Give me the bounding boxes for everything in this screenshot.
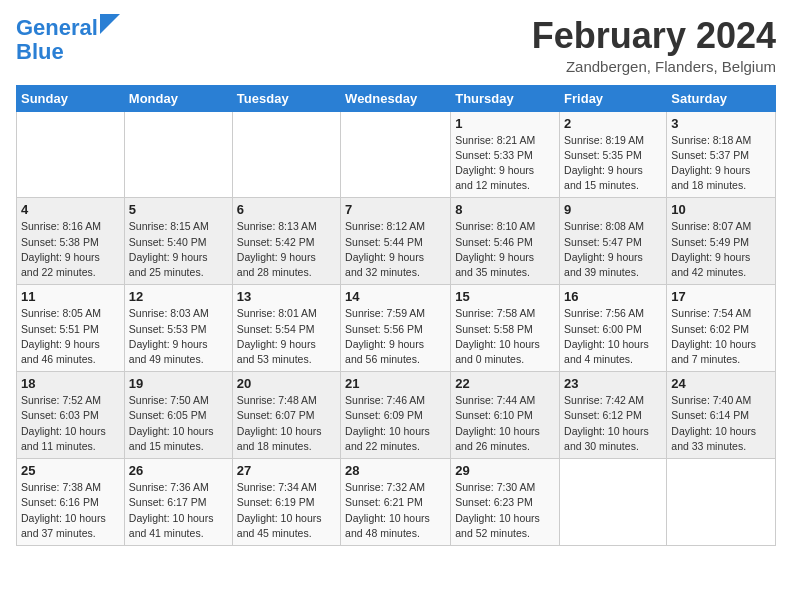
day-number: 5: [129, 202, 228, 217]
day-number: 22: [455, 376, 555, 391]
calendar-day-cell: 7Sunrise: 8:12 AM Sunset: 5:44 PM Daylig…: [341, 198, 451, 285]
day-number: 10: [671, 202, 771, 217]
day-info: Sunrise: 8:12 AM Sunset: 5:44 PM Dayligh…: [345, 219, 446, 280]
day-number: 3: [671, 116, 771, 131]
day-number: 19: [129, 376, 228, 391]
calendar-day-cell: 27Sunrise: 7:34 AM Sunset: 6:19 PM Dayli…: [232, 459, 340, 546]
day-info: Sunrise: 7:52 AM Sunset: 6:03 PM Dayligh…: [21, 393, 120, 454]
calendar-week-row: 25Sunrise: 7:38 AM Sunset: 6:16 PM Dayli…: [17, 459, 776, 546]
day-number: 13: [237, 289, 336, 304]
logo-blue-text: Blue: [16, 40, 64, 64]
calendar-day-cell: 21Sunrise: 7:46 AM Sunset: 6:09 PM Dayli…: [341, 372, 451, 459]
calendar-week-row: 18Sunrise: 7:52 AM Sunset: 6:03 PM Dayli…: [17, 372, 776, 459]
day-info: Sunrise: 7:36 AM Sunset: 6:17 PM Dayligh…: [129, 480, 228, 541]
logo: General Blue: [16, 16, 120, 64]
calendar-day-cell: 28Sunrise: 7:32 AM Sunset: 6:21 PM Dayli…: [341, 459, 451, 546]
day-number: 7: [345, 202, 446, 217]
day-info: Sunrise: 7:30 AM Sunset: 6:23 PM Dayligh…: [455, 480, 555, 541]
day-info: Sunrise: 7:46 AM Sunset: 6:09 PM Dayligh…: [345, 393, 446, 454]
day-info: Sunrise: 7:48 AM Sunset: 6:07 PM Dayligh…: [237, 393, 336, 454]
calendar-day-cell: [17, 111, 125, 198]
calendar-day-cell: [667, 459, 776, 546]
calendar-day-cell: [560, 459, 667, 546]
day-number: 9: [564, 202, 662, 217]
calendar-day-cell: 3Sunrise: 8:18 AM Sunset: 5:37 PM Daylig…: [667, 111, 776, 198]
page: General Blue February 2024 Zandbergen, F…: [0, 0, 792, 556]
day-of-week-header: Thursday: [451, 85, 560, 111]
day-number: 11: [21, 289, 120, 304]
day-number: 29: [455, 463, 555, 478]
calendar: SundayMondayTuesdayWednesdayThursdayFrid…: [16, 85, 776, 546]
day-info: Sunrise: 7:38 AM Sunset: 6:16 PM Dayligh…: [21, 480, 120, 541]
calendar-day-cell: 23Sunrise: 7:42 AM Sunset: 6:12 PM Dayli…: [560, 372, 667, 459]
day-number: 1: [455, 116, 555, 131]
day-of-week-header: Monday: [124, 85, 232, 111]
day-number: 2: [564, 116, 662, 131]
day-info: Sunrise: 8:03 AM Sunset: 5:53 PM Dayligh…: [129, 306, 228, 367]
calendar-day-cell: 16Sunrise: 7:56 AM Sunset: 6:00 PM Dayli…: [560, 285, 667, 372]
calendar-day-cell: 12Sunrise: 8:03 AM Sunset: 5:53 PM Dayli…: [124, 285, 232, 372]
calendar-week-row: 4Sunrise: 8:16 AM Sunset: 5:38 PM Daylig…: [17, 198, 776, 285]
calendar-week-row: 1Sunrise: 8:21 AM Sunset: 5:33 PM Daylig…: [17, 111, 776, 198]
day-number: 23: [564, 376, 662, 391]
day-of-week-header: Friday: [560, 85, 667, 111]
day-of-week-header: Saturday: [667, 85, 776, 111]
day-number: 12: [129, 289, 228, 304]
day-info: Sunrise: 8:16 AM Sunset: 5:38 PM Dayligh…: [21, 219, 120, 280]
day-number: 18: [21, 376, 120, 391]
day-number: 14: [345, 289, 446, 304]
day-info: Sunrise: 8:07 AM Sunset: 5:49 PM Dayligh…: [671, 219, 771, 280]
day-number: 17: [671, 289, 771, 304]
calendar-day-cell: 25Sunrise: 7:38 AM Sunset: 6:16 PM Dayli…: [17, 459, 125, 546]
day-of-week-header: Sunday: [17, 85, 125, 111]
day-number: 8: [455, 202, 555, 217]
logo-arrow-icon: [100, 14, 120, 34]
calendar-day-cell: 22Sunrise: 7:44 AM Sunset: 6:10 PM Dayli…: [451, 372, 560, 459]
day-of-week-header: Wednesday: [341, 85, 451, 111]
location: Zandbergen, Flanders, Belgium: [532, 58, 776, 75]
calendar-day-cell: 5Sunrise: 8:15 AM Sunset: 5:40 PM Daylig…: [124, 198, 232, 285]
calendar-day-cell: [232, 111, 340, 198]
day-info: Sunrise: 8:08 AM Sunset: 5:47 PM Dayligh…: [564, 219, 662, 280]
day-number: 27: [237, 463, 336, 478]
calendar-day-cell: 17Sunrise: 7:54 AM Sunset: 6:02 PM Dayli…: [667, 285, 776, 372]
calendar-week-row: 11Sunrise: 8:05 AM Sunset: 5:51 PM Dayli…: [17, 285, 776, 372]
day-info: Sunrise: 7:42 AM Sunset: 6:12 PM Dayligh…: [564, 393, 662, 454]
day-info: Sunrise: 8:19 AM Sunset: 5:35 PM Dayligh…: [564, 133, 662, 194]
day-number: 21: [345, 376, 446, 391]
calendar-day-cell: 2Sunrise: 8:19 AM Sunset: 5:35 PM Daylig…: [560, 111, 667, 198]
day-info: Sunrise: 7:44 AM Sunset: 6:10 PM Dayligh…: [455, 393, 555, 454]
day-number: 25: [21, 463, 120, 478]
title-area: February 2024 Zandbergen, Flanders, Belg…: [532, 16, 776, 75]
calendar-day-cell: 18Sunrise: 7:52 AM Sunset: 6:03 PM Dayli…: [17, 372, 125, 459]
calendar-day-cell: 14Sunrise: 7:59 AM Sunset: 5:56 PM Dayli…: [341, 285, 451, 372]
day-info: Sunrise: 8:21 AM Sunset: 5:33 PM Dayligh…: [455, 133, 555, 194]
day-info: Sunrise: 8:18 AM Sunset: 5:37 PM Dayligh…: [671, 133, 771, 194]
month-title: February 2024: [532, 16, 776, 56]
day-info: Sunrise: 8:10 AM Sunset: 5:46 PM Dayligh…: [455, 219, 555, 280]
calendar-header-row: SundayMondayTuesdayWednesdayThursdayFrid…: [17, 85, 776, 111]
day-number: 16: [564, 289, 662, 304]
day-info: Sunrise: 7:56 AM Sunset: 6:00 PM Dayligh…: [564, 306, 662, 367]
day-info: Sunrise: 7:58 AM Sunset: 5:58 PM Dayligh…: [455, 306, 555, 367]
calendar-day-cell: [341, 111, 451, 198]
svg-marker-0: [100, 14, 120, 34]
calendar-day-cell: 24Sunrise: 7:40 AM Sunset: 6:14 PM Dayli…: [667, 372, 776, 459]
day-info: Sunrise: 8:01 AM Sunset: 5:54 PM Dayligh…: [237, 306, 336, 367]
day-number: 6: [237, 202, 336, 217]
day-number: 20: [237, 376, 336, 391]
calendar-day-cell: 10Sunrise: 8:07 AM Sunset: 5:49 PM Dayli…: [667, 198, 776, 285]
day-number: 15: [455, 289, 555, 304]
day-number: 28: [345, 463, 446, 478]
calendar-day-cell: 4Sunrise: 8:16 AM Sunset: 5:38 PM Daylig…: [17, 198, 125, 285]
calendar-day-cell: 15Sunrise: 7:58 AM Sunset: 5:58 PM Dayli…: [451, 285, 560, 372]
day-info: Sunrise: 8:05 AM Sunset: 5:51 PM Dayligh…: [21, 306, 120, 367]
calendar-day-cell: 11Sunrise: 8:05 AM Sunset: 5:51 PM Dayli…: [17, 285, 125, 372]
day-info: Sunrise: 8:13 AM Sunset: 5:42 PM Dayligh…: [237, 219, 336, 280]
calendar-day-cell: 9Sunrise: 8:08 AM Sunset: 5:47 PM Daylig…: [560, 198, 667, 285]
day-info: Sunrise: 7:34 AM Sunset: 6:19 PM Dayligh…: [237, 480, 336, 541]
calendar-day-cell: 8Sunrise: 8:10 AM Sunset: 5:46 PM Daylig…: [451, 198, 560, 285]
day-info: Sunrise: 8:15 AM Sunset: 5:40 PM Dayligh…: [129, 219, 228, 280]
calendar-day-cell: 1Sunrise: 8:21 AM Sunset: 5:33 PM Daylig…: [451, 111, 560, 198]
day-of-week-header: Tuesday: [232, 85, 340, 111]
